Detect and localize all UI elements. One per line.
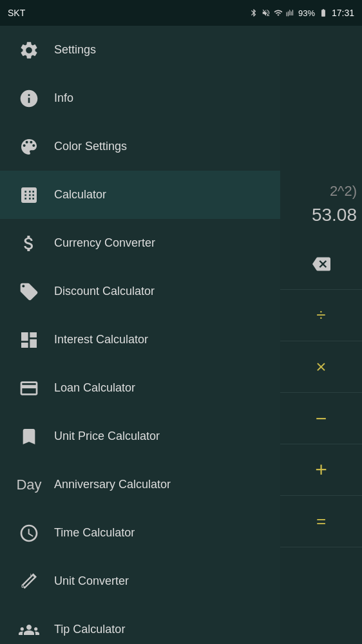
- calculator-icon: [13, 179, 45, 211]
- unit-price-calculator-label: Unit Price Calculator: [54, 430, 160, 443]
- calc-result: 53.08: [312, 205, 357, 225]
- day-icon: Day: [13, 469, 45, 501]
- tip-calculator-label: Tip Calculator: [54, 623, 125, 636]
- sidebar-item-settings[interactable]: Settings: [0, 26, 280, 74]
- plus-button[interactable]: +: [280, 444, 362, 496]
- equals-button[interactable]: =: [280, 496, 362, 547]
- sidebar-item-tip-calculator[interactable]: Tip Calculator: [0, 605, 280, 644]
- info-label: Info: [54, 91, 73, 105]
- sidebar-item-color-settings[interactable]: Color Settings: [0, 122, 280, 171]
- battery-label: 93%: [298, 8, 315, 18]
- unit-converter-label: Unit Converter: [54, 574, 129, 588]
- currency-converter-label: Currency Converter: [54, 236, 155, 250]
- sidebar-item-currency-converter[interactable]: Currency Converter: [0, 219, 280, 267]
- interest-icon: [13, 324, 45, 356]
- ruler-icon: [13, 565, 45, 598]
- sidebar-item-unit-converter[interactable]: Unit Converter: [0, 557, 280, 605]
- color-icon: [13, 131, 45, 163]
- signal-icon: [286, 8, 295, 17]
- backspace-button[interactable]: [280, 238, 362, 290]
- sidebar-item-time-calculator[interactable]: Time Calculator: [0, 509, 280, 557]
- status-bar: SKT 93% 17:31: [0, 0, 362, 26]
- status-icons: 93% 17:31: [249, 8, 354, 18]
- sidebar-item-info[interactable]: Info: [0, 74, 280, 122]
- calculator-label: Calculator: [54, 188, 106, 202]
- navigation-drawer: Settings Info Color Settings: [0, 26, 280, 644]
- interest-calculator-label: Interest Calculator: [54, 333, 148, 346]
- gear-icon: [13, 34, 45, 66]
- main-container: 2^2) 53.08 ÷ × − + =: [0, 26, 362, 644]
- scale-icon: [13, 421, 45, 453]
- sidebar-item-interest-calculator[interactable]: Interest Calculator: [0, 316, 280, 364]
- sidebar-item-discount-calculator[interactable]: Discount Calculator: [0, 267, 280, 316]
- anniversary-calculator-label: Anniversary Calculator: [54, 478, 171, 491]
- color-settings-label: Color Settings: [54, 140, 127, 153]
- settings-label: Settings: [54, 43, 96, 57]
- sidebar-item-anniversary-calculator[interactable]: Day Anniversary Calculator: [0, 460, 280, 509]
- divide-button[interactable]: ÷: [280, 290, 362, 341]
- loan-icon: [13, 372, 45, 404]
- minus-button[interactable]: −: [280, 393, 362, 444]
- dollar-icon: [13, 227, 45, 260]
- discount-calculator-label: Discount Calculator: [54, 285, 155, 298]
- clock-icon: [13, 517, 45, 549]
- calculator-background: 2^2) 53.08 ÷ × − + =: [280, 26, 362, 644]
- discount-icon: [13, 276, 45, 308]
- bluetooth-icon: [249, 8, 258, 17]
- calc-expression: 2^2): [330, 183, 357, 200]
- mute-icon: [262, 8, 271, 17]
- wifi-icon: [274, 8, 283, 17]
- time-calculator-label: Time Calculator: [54, 526, 135, 540]
- sidebar-item-unit-price-calculator[interactable]: Unit Price Calculator: [0, 412, 280, 460]
- loan-calculator-label: Loan Calculator: [54, 381, 135, 395]
- carrier-label: SKT: [8, 8, 25, 18]
- tip-icon: [13, 614, 45, 645]
- battery-icon: [318, 8, 329, 17]
- calc-display: 2^2) 53.08: [280, 26, 362, 232]
- sidebar-item-calculator[interactable]: Calculator: [0, 171, 280, 219]
- multiply-button[interactable]: ×: [280, 341, 362, 393]
- sidebar-item-loan-calculator[interactable]: Loan Calculator: [0, 364, 280, 412]
- calc-buttons: ÷ × − + =: [280, 238, 362, 547]
- info-icon: [13, 82, 45, 115]
- time-label: 17:31: [332, 8, 354, 18]
